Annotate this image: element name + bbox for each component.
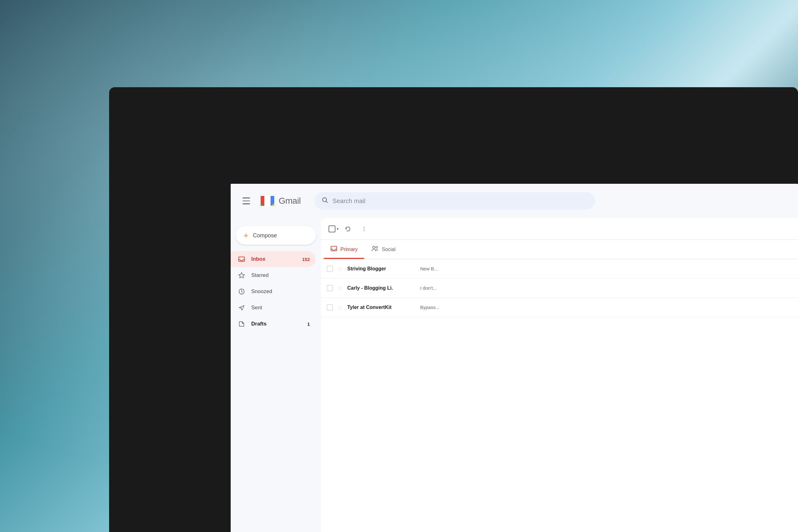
- select-checkbox-area[interactable]: ▾: [329, 226, 339, 232]
- sidebar-item-starred[interactable]: Starred: [231, 267, 315, 283]
- gmail-wordmark: Gmail: [279, 196, 301, 206]
- star-icon: [237, 271, 246, 279]
- snoozed-label: Snoozed: [251, 288, 272, 294]
- send-icon: [237, 304, 246, 312]
- svg-point-12: [376, 247, 378, 249]
- email-row[interactable]: ☆ Carly - Blogging Li. I don't...: [321, 279, 798, 298]
- select-all-checkbox[interactable]: [329, 226, 335, 232]
- email-checkbox[interactable]: [327, 304, 333, 310]
- tab-primary[interactable]: Primary: [324, 240, 364, 259]
- svg-line-2: [326, 201, 327, 203]
- right-panel: ▾: [321, 218, 798, 532]
- email-sender: Striving Blogger: [347, 266, 416, 272]
- sidebar-item-drafts[interactable]: Drafts 1: [231, 316, 315, 332]
- menu-button[interactable]: [239, 194, 253, 208]
- screen: Gmail Search mail: [231, 184, 798, 532]
- search-placeholder: Search mail: [332, 197, 366, 205]
- gmail-app: Gmail Search mail: [231, 184, 798, 532]
- search-bar[interactable]: Search mail: [314, 192, 595, 210]
- clock-icon: [237, 287, 246, 296]
- star-icon[interactable]: ☆: [337, 304, 343, 311]
- logo-area: Gmail: [259, 195, 301, 207]
- laptop-bezel: Gmail Search mail: [109, 87, 798, 532]
- inbox-label: Inbox: [251, 256, 265, 262]
- header: Gmail Search mail: [231, 184, 798, 218]
- svg-point-11: [373, 246, 375, 249]
- email-sender: Carly - Blogging Li.: [347, 285, 416, 291]
- svg-point-7: [364, 226, 365, 227]
- svg-point-8: [364, 228, 365, 229]
- tab-social[interactable]: Social: [364, 240, 402, 259]
- primary-tab-label: Primary: [340, 247, 358, 252]
- refresh-button[interactable]: [341, 222, 355, 236]
- sidebar-item-snoozed[interactable]: Snoozed: [231, 283, 315, 300]
- people-icon: [371, 245, 379, 253]
- email-preview: Bypass...: [420, 305, 792, 310]
- gmail-logo-icon: [259, 195, 275, 207]
- more-options-button[interactable]: [357, 222, 371, 236]
- inbox-badge: 152: [302, 256, 310, 262]
- starred-label: Starred: [251, 272, 269, 279]
- toolbar: ▾: [321, 218, 798, 240]
- email-checkbox[interactable]: [327, 285, 333, 291]
- sent-label: Sent: [251, 305, 262, 311]
- sidebar: + Compose Inbox 152: [231, 218, 321, 532]
- compose-label: Compose: [253, 232, 277, 239]
- main-content: + Compose Inbox 152: [231, 218, 798, 532]
- email-preview: I don't...: [420, 285, 792, 291]
- drafts-icon: [237, 320, 246, 328]
- svg-marker-4: [239, 272, 244, 278]
- email-row[interactable]: ☆ Tyler at ConvertKit Bypass...: [321, 298, 798, 317]
- search-icon: [321, 196, 328, 205]
- email-sender: Tyler at ConvertKit: [347, 305, 416, 310]
- email-preview: New B...: [420, 266, 792, 271]
- star-icon[interactable]: ☆: [337, 284, 343, 292]
- category-tabs: Primary Social: [321, 240, 798, 259]
- sidebar-item-inbox[interactable]: Inbox 152: [231, 251, 315, 267]
- svg-point-9: [364, 230, 365, 231]
- svg-line-6: [239, 308, 241, 308]
- sidebar-item-sent[interactable]: Sent: [231, 300, 315, 316]
- select-dropdown-icon[interactable]: ▾: [337, 227, 339, 231]
- email-row[interactable]: ☆ Striving Blogger New B...: [321, 259, 798, 279]
- primary-tab-icon: [330, 245, 337, 253]
- star-icon[interactable]: ☆: [337, 265, 343, 272]
- inbox-icon: [237, 255, 246, 263]
- email-checkbox[interactable]: [327, 266, 333, 272]
- compose-button[interactable]: + Compose: [236, 226, 316, 245]
- drafts-label: Drafts: [251, 321, 267, 327]
- compose-plus-icon: +: [244, 231, 249, 240]
- email-list: ☆ Striving Blogger New B... ☆ Carly - Bl…: [321, 259, 798, 532]
- social-tab-label: Social: [382, 247, 396, 252]
- drafts-badge: 1: [307, 321, 310, 327]
